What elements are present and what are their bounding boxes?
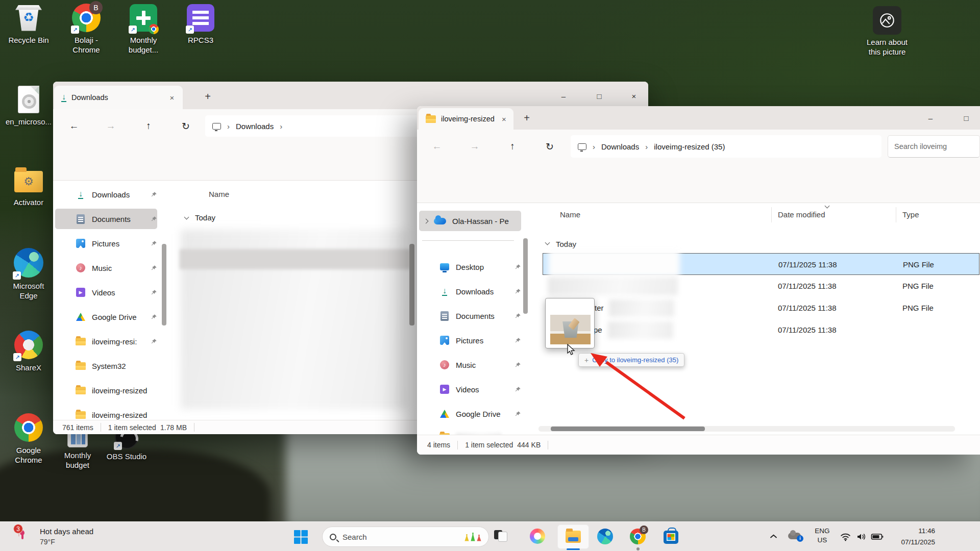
copilot-button[interactable] [530, 529, 545, 544]
clock[interactable]: 11:46 07/11/2025 [887, 525, 935, 547]
new-tab-button[interactable]: + [519, 110, 534, 126]
start-button[interactable] [294, 530, 308, 544]
onedrive-tray-button[interactable] [788, 533, 801, 539]
desktop-icon-google-chrome[interactable]: GoogleChrome [2, 412, 56, 465]
tab-close-button[interactable]: × [500, 113, 508, 124]
sidebar-item-desktop[interactable]: Desktop [419, 257, 521, 277]
desktop-icon-activator[interactable]: ⚙ Activator [2, 168, 56, 208]
sidebar-item-system32[interactable]: System32 [55, 356, 157, 376]
sidebar-item-onedrive[interactable]: Ola-Hassan - Pe [419, 211, 521, 231]
disc-file-icon [18, 85, 39, 114]
sidebar-item-music[interactable]: ♪ Music [419, 355, 521, 375]
sidebar-item-videos[interactable]: ▶ Videos [55, 282, 157, 303]
tab-downloads[interactable]: ↓ Downloads × [54, 86, 183, 109]
language-switcher[interactable]: ENG US [811, 527, 834, 545]
battery-button[interactable] [871, 533, 884, 540]
search-input[interactable]: Search iloveimg [888, 135, 980, 158]
minimize-button[interactable]: – [919, 109, 942, 127]
column-header-name[interactable]: Name [560, 210, 580, 219]
breadcrumb[interactable]: › Downloads › iloveimg-resized (35) [571, 135, 881, 158]
column-header-name[interactable]: Name [209, 190, 229, 198]
column-divider[interactable] [771, 207, 772, 222]
sidebar-item-pictures[interactable]: Pictures [55, 233, 157, 254]
sidebar-item-documents[interactable]: Documents [419, 306, 521, 326]
file-row-2[interactable]: 07/11/2025 11:38 PNG File [543, 275, 979, 297]
sidebar-item-downloads[interactable]: ↓ Downloads [55, 184, 157, 205]
forward-button[interactable]: → [102, 117, 119, 135]
chrome-button[interactable]: B [630, 529, 646, 544]
titlebar: iloveimg-resized (35) × + – □ [417, 106, 980, 130]
refresh-button[interactable]: ↻ [541, 138, 558, 155]
content-scrollbar[interactable] [409, 244, 414, 325]
red-annotation-arrow [561, 332, 715, 444]
breadcrumb-iloveimg-resized[interactable]: iloveimg-resized (35) [654, 142, 725, 151]
maximize-button[interactable]: □ [955, 109, 977, 127]
group-collapse-icon[interactable] [184, 215, 189, 220]
sidebar-item-iloveimg-resized-2[interactable]: iloveimg-resized [55, 405, 157, 420]
weather-headline[interactable]: Hot days ahead [40, 527, 93, 536]
tray-chevron-button[interactable] [770, 534, 777, 539]
tab-close-button[interactable]: × [166, 92, 178, 103]
sidebar-item-google-drive[interactable]: Google Drive [419, 404, 521, 424]
desktop-icon-recycle-bin[interactable]: ♻ Recycle Bin [2, 3, 56, 45]
folder-gear-icon: ⚙ [14, 168, 43, 195]
desktop-icon-sharex[interactable]: ↗ ShareX [2, 330, 56, 373]
pin-icon [514, 313, 521, 319]
back-button[interactable]: ← [428, 138, 446, 155]
sidebar-item-videos[interactable]: ▶ Videos [419, 379, 521, 399]
icon-label: GoogleChrome [15, 446, 42, 465]
minimize-button[interactable]: – [552, 87, 575, 105]
file-explorer-button[interactable] [557, 524, 589, 549]
music-icon: ♪ [440, 360, 449, 369]
sidebar-item-music[interactable]: ♪ Music [55, 258, 157, 278]
group-label[interactable]: Today [556, 240, 576, 248]
microsoft-store-button[interactable] [664, 528, 678, 544]
weather-widget[interactable]: 3 [18, 528, 19, 537]
file-row-1[interactable]: 07/11/2025 11:38 PNG File [543, 253, 979, 275]
desktop-icon-microsoft-edge[interactable]: ↗ MicrosoftEdge [2, 247, 56, 301]
file-row-3[interactable]: ter 07/11/2025 11:38 PNG File [543, 297, 979, 319]
sidebar-item-iloveimg-resized[interactable]: iloveimg-resized [55, 380, 157, 400]
up-button[interactable]: ↑ [504, 138, 521, 155]
sidebar-item-downloads[interactable]: ↓ Downloads [419, 281, 521, 302]
breadcrumb-downloads[interactable]: Downloads [601, 142, 639, 151]
weather-temp[interactable]: 79°F [40, 538, 55, 546]
wifi-button[interactable] [840, 533, 851, 541]
breadcrumb-downloads[interactable]: Downloads [236, 122, 274, 131]
back-button[interactable]: ← [65, 117, 83, 135]
refresh-button[interactable]: ↻ [177, 117, 194, 135]
search-label: Search [342, 533, 367, 541]
desktop-icon-bolaji-chrome[interactable]: B ↗ Bolaji -Chrome [59, 3, 113, 55]
edge-button[interactable] [597, 529, 613, 544]
learn-about-this-picture[interactable]: Learn aboutthis picture [856, 6, 918, 57]
task-view-button[interactable] [494, 530, 507, 541]
pin-icon [151, 314, 157, 320]
desktop-icon-rpcs3[interactable]: ↗ RPCS3 [174, 3, 228, 45]
maximize-button[interactable]: □ [588, 87, 610, 105]
column-header-date-modified[interactable]: Date modified [778, 210, 825, 219]
sidebar-item-partial[interactable] [419, 427, 521, 435]
tab-iloveimg-resized[interactable]: iloveimg-resized (35) × [419, 108, 513, 130]
sidebar-item-iloveimg-resi[interactable]: iloveimg-resi: [55, 331, 157, 352]
forward-button[interactable]: → [466, 138, 483, 155]
group-label[interactable]: Today [195, 213, 215, 222]
desktop-icon-monthly-budget[interactable]: ↗ Monthlybudget... [116, 3, 170, 55]
close-button[interactable]: × [623, 87, 645, 105]
icon-label: en_microso... [6, 117, 52, 127]
sidebar-item-google-drive[interactable]: Google Drive [55, 307, 157, 327]
column-divider[interactable] [896, 207, 896, 222]
sidebar-scrollbar[interactable] [523, 238, 528, 314]
store-icon [664, 531, 678, 544]
sidebar-item-documents[interactable]: Documents [55, 209, 157, 229]
desktop-icon-en-microso[interactable]: en_microso... [2, 85, 56, 127]
sidebar-scrollbar[interactable] [162, 244, 166, 325]
column-header-type[interactable]: Type [902, 210, 919, 219]
sidebar-item-pictures[interactable]: Pictures [419, 330, 521, 350]
new-tab-button[interactable]: + [200, 89, 215, 104]
taskbar-search[interactable]: Search [322, 527, 489, 547]
documents-icon [77, 214, 85, 224]
group-collapse-icon[interactable] [545, 240, 550, 245]
up-button[interactable]: ↑ [140, 117, 157, 135]
folder-icon [76, 338, 86, 345]
volume-button[interactable] [856, 533, 867, 541]
